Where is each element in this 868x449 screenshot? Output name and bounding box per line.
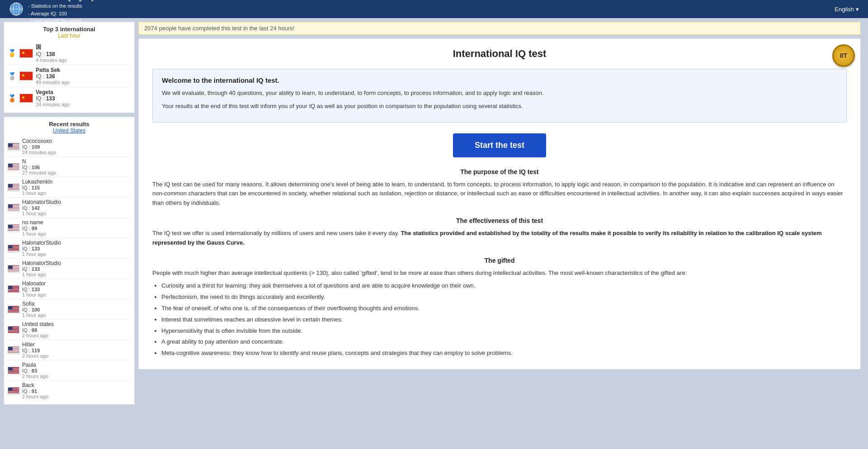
recent-time: 2 hours ago <box>22 353 131 359</box>
recent-info: Cococoxoxo IQ : 109 24 minutes ago <box>22 138 131 155</box>
top3-iq: IQ : 133 <box>36 95 131 102</box>
list-item: Hitler IQ : 119 2 hours ago <box>8 340 131 360</box>
top3-info: Vegeta IQ : 133 24 minutes ago <box>36 89 131 107</box>
globe-icon <box>9 2 24 16</box>
completion-notice: 2074 people have completed this test in … <box>138 22 861 35</box>
main-container: Top 3 international Last hour 🥇 国 IQ : 1… <box>0 18 868 408</box>
recent-title: Recent results <box>8 121 131 128</box>
effectiveness-body: The IQ test we offer is used internation… <box>152 229 847 248</box>
recent-iq: IQ : 99 <box>22 226 131 231</box>
top3-name: Vegeta <box>36 89 131 95</box>
top3-iq: IQ : 138 <box>36 51 131 57</box>
list-item: N IQ : 106 27 minutes ago <box>8 157 131 177</box>
language-selector[interactable]: English ▾ <box>835 6 859 13</box>
flag-usa <box>8 163 19 171</box>
recent-iq: IQ : 83 <box>22 368 131 373</box>
recent-iq: IQ : 133 <box>22 287 131 292</box>
recent-iq: IQ : 133 <box>22 246 131 251</box>
flag-china <box>19 71 33 80</box>
list-item: Perfectionism, the need to do things acc… <box>161 293 847 302</box>
tagline-3: - Used around the world <box>28 17 94 25</box>
recent-iq: IQ : 119 <box>22 348 131 353</box>
content-box: IIT International IQ test Welcome to the… <box>138 38 861 369</box>
top3-info: 国 IQ : 138 4 minutes ago <box>36 43 131 63</box>
tagline-2: - Average IQ: 100 <box>28 10 94 18</box>
recent-name: Back <box>22 382 131 388</box>
recent-info: Sofia IQ : 100 1 hour ago <box>22 301 131 318</box>
flag-usa <box>8 143 19 151</box>
list-item: Interest that sometimes reaches an obses… <box>161 315 847 325</box>
top3-iq: IQ : 136 <box>36 73 131 80</box>
flag-china <box>19 49 33 58</box>
recent-time: 27 minutes ago <box>22 170 131 175</box>
recent-name: Hitler <box>22 341 131 348</box>
recent-time: 1 hour ago <box>22 272 131 277</box>
recent-info: Paula IQ : 83 2 hours ago <box>22 362 131 379</box>
top3-item: 🥇 国 IQ : 138 4 minutes ago <box>8 42 131 65</box>
recent-time: 1 hour ago <box>22 312 131 318</box>
list-item: Back IQ : 91 2 hours ago <box>8 381 131 401</box>
medal-icon: 🥈 <box>8 72 17 80</box>
language-label: English <box>835 6 854 13</box>
header-left: International IQ registry - Statistics o… <box>9 0 94 25</box>
start-test-button[interactable]: Start the test <box>453 133 546 157</box>
recent-time: 2 hours ago <box>22 333 131 338</box>
recent-iq: IQ : 133 <box>22 266 131 272</box>
recent-iq: IQ : 98 <box>22 327 131 333</box>
recent-time: 1 hour ago <box>22 292 131 298</box>
main-content: 2074 people have completed this test in … <box>135 22 864 405</box>
top3-panel: Top 3 international Last hour 🥇 国 IQ : 1… <box>4 22 135 113</box>
recent-name: HalonatorStudio <box>22 240 131 246</box>
iit-badge: IIT <box>832 44 855 67</box>
page-title: International IQ test <box>152 48 847 60</box>
recent-iq: IQ : 100 <box>22 307 131 312</box>
recent-info: Halonator IQ : 133 1 hour ago <box>22 280 131 298</box>
flag-china <box>19 94 33 103</box>
recent-info: HalonatorStudio IQ : 133 1 hour ago <box>22 240 131 257</box>
gifted-intro: People with much higher than average int… <box>152 269 847 278</box>
list-item: United states IQ : 98 2 hours ago <box>8 320 131 340</box>
recent-name: no name <box>22 219 131 226</box>
list-item: HalonatorStudio IQ : 133 1 hour ago <box>8 238 131 259</box>
recent-name: HalonatorStudio <box>22 199 131 205</box>
list-item: Lukashenkin IQ : 115 1 hour ago <box>8 177 131 198</box>
language-dropdown-icon[interactable]: ▾ <box>856 6 859 13</box>
flag-usa <box>8 184 19 191</box>
top3-time: 4 minutes ago <box>36 57 131 63</box>
recent-name: United states <box>22 321 131 327</box>
list-item: A great ability to pay attention and con… <box>161 337 847 347</box>
flag-usa <box>8 326 19 334</box>
start-button-container: Start the test <box>152 133 847 157</box>
flag-usa <box>8 224 19 232</box>
welcome-title: Welcome to the international IQ test. <box>162 76 837 84</box>
recent-iq: IQ : 115 <box>22 185 131 190</box>
effectiveness-heading: The effectiveness of this test <box>152 217 847 224</box>
recent-info: N IQ : 106 27 minutes ago <box>22 158 131 175</box>
list-item: no name IQ : 99 1 hour ago <box>8 218 131 238</box>
purpose-heading: The purpose of the IQ test <box>152 168 847 175</box>
recent-info: no name IQ : 99 1 hour ago <box>22 219 131 236</box>
list-item: Curiosity and a thirst for learning: the… <box>161 281 847 291</box>
recent-name: Paula <box>22 362 131 368</box>
top3-time: 24 minutes ago <box>36 102 131 107</box>
tagline-1: - Statistics on the results <box>28 2 94 10</box>
recent-results-panel: Recent results United States Cococoxoxo … <box>4 117 135 405</box>
recent-iq: IQ : 109 <box>22 144 131 150</box>
welcome-section: Welcome to the international IQ test. We… <box>152 69 847 123</box>
recent-time: 2 hours ago <box>22 394 131 399</box>
medal-icon: 🥇 <box>8 49 17 57</box>
recent-info: Back IQ : 91 2 hours ago <box>22 382 131 399</box>
top3-name: 国 <box>36 43 131 51</box>
list-item: HalonatorStudio IQ : 133 1 hour ago <box>8 259 131 279</box>
flag-usa <box>8 387 19 395</box>
recent-info: United states IQ : 98 2 hours ago <box>22 321 131 338</box>
recent-iq: IQ : 106 <box>22 165 131 170</box>
gifted-heading: The gifted <box>152 257 847 264</box>
recent-iq: IQ : 91 <box>22 388 131 394</box>
top3-info: Patta Sek IQ : 136 49 minutes ago <box>36 67 131 85</box>
flag-usa <box>8 265 19 273</box>
top3-item: 🥉 Vegeta IQ : 133 24 minutes ago <box>8 87 131 109</box>
recent-subtitle[interactable]: United States <box>8 128 131 134</box>
recent-name: HalonatorStudio <box>22 260 131 266</box>
recent-iq: IQ : 142 <box>22 205 131 211</box>
